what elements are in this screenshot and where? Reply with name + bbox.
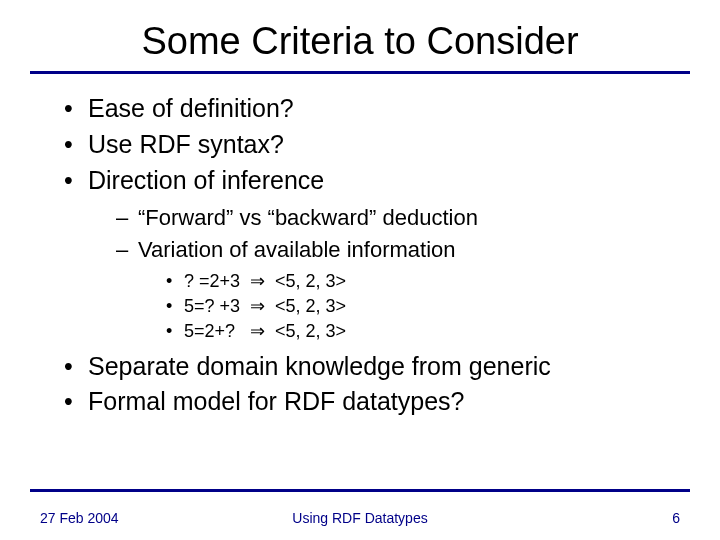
slide: Some Criteria to Consider Ease of defini… bbox=[0, 0, 720, 540]
bullet-list-level3: ? =2+3 ⇒ <5, 2, 3> 5=? +3 ⇒ <5, 2, 3> 5=… bbox=[138, 269, 680, 344]
bullet-item: Separate domain knowledge from generic bbox=[64, 350, 680, 384]
slide-footer: 27 Feb 2004 Using RDF Datatypes 6 bbox=[0, 510, 720, 526]
footer-divider bbox=[30, 489, 690, 492]
bullet-list-level1: Ease of definition? Use RDF syntax? Dire… bbox=[64, 92, 680, 419]
bullet-item: Direction of inference “Forward” vs “bac… bbox=[64, 164, 680, 344]
footer-date: 27 Feb 2004 bbox=[40, 510, 119, 526]
bullet-item: ? =2+3 ⇒ <5, 2, 3> bbox=[166, 269, 680, 293]
bullet-item: Formal model for RDF datatypes? bbox=[64, 385, 680, 419]
bullet-item: 5=2+? ⇒ <5, 2, 3> bbox=[166, 319, 680, 343]
bullet-item: Use RDF syntax? bbox=[64, 128, 680, 162]
slide-title: Some Criteria to Consider bbox=[0, 0, 720, 71]
bullet-item: “Forward” vs “backward” deduction bbox=[116, 203, 680, 233]
slide-content: Ease of definition? Use RDF syntax? Dire… bbox=[0, 74, 720, 419]
bullet-item: 5=? +3 ⇒ <5, 2, 3> bbox=[166, 294, 680, 318]
footer-page-number: 6 bbox=[672, 510, 680, 526]
bullet-text: Direction of inference bbox=[88, 166, 324, 194]
bullet-item: Variation of available information ? =2+… bbox=[116, 235, 680, 344]
bullet-item: Ease of definition? bbox=[64, 92, 680, 126]
bullet-text: Variation of available information bbox=[138, 237, 456, 262]
bullet-list-level2: “Forward” vs “backward” deduction Variat… bbox=[88, 203, 680, 343]
